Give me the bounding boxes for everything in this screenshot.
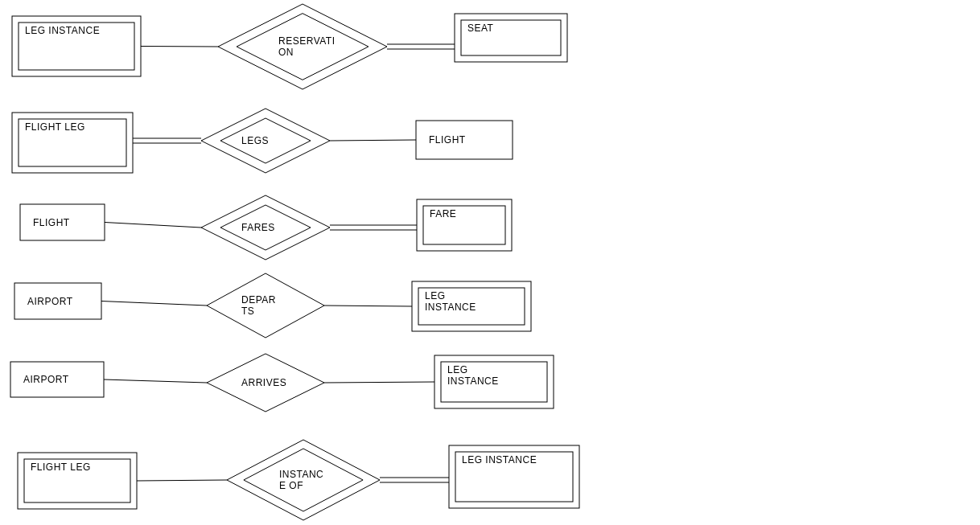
svg-text:AIRPORT: AIRPORT <box>23 374 69 385</box>
svg-line-27 <box>324 382 434 383</box>
svg-line-20 <box>324 306 412 306</box>
svg-text:ON: ON <box>278 47 294 58</box>
entity-label-right-5: LEG INSTANCE <box>462 454 537 466</box>
entity-label-left-1: FLIGHT LEG <box>25 121 85 133</box>
entity-label-left-2: FLIGHT <box>33 217 70 228</box>
svg-text:FARES: FARES <box>241 222 275 233</box>
svg-text:INSTANC: INSTANC <box>279 469 323 480</box>
relationship-label-1: LEGS <box>241 135 269 146</box>
svg-line-26 <box>104 379 207 383</box>
svg-text:RESERVATI: RESERVATI <box>278 35 336 47</box>
svg-text:INSTANCE: INSTANCE <box>447 375 499 387</box>
svg-text:AIRPORT: AIRPORT <box>27 296 73 307</box>
svg-text:LEG: LEG <box>425 290 446 301</box>
svg-text:E OF: E OF <box>279 480 303 491</box>
svg-line-19 <box>101 301 207 306</box>
entity-label-left-4: AIRPORT <box>23 374 69 385</box>
svg-line-32 <box>137 480 227 481</box>
relationship-3 <box>207 273 324 338</box>
svg-text:FLIGHT: FLIGHT <box>33 217 70 228</box>
relationship-label-2: FARES <box>241 222 275 233</box>
entity-label-left-0: LEG INSTANCE <box>25 25 100 36</box>
svg-line-9 <box>330 140 416 141</box>
entity-label-left-5: FLIGHT LEG <box>31 461 91 473</box>
svg-text:DEPAR: DEPAR <box>241 294 276 306</box>
svg-line-0 <box>141 47 218 47</box>
svg-text:LEG: LEG <box>447 364 468 375</box>
svg-text:FLIGHT LEG: FLIGHT LEG <box>31 461 91 473</box>
svg-text:FARE: FARE <box>430 208 456 219</box>
svg-text:INSTANCE: INSTANCE <box>425 301 476 313</box>
relationship-label-4: ARRIVES <box>241 377 286 388</box>
svg-text:LEG INSTANCE: LEG INSTANCE <box>462 454 537 466</box>
svg-text:ARRIVES: ARRIVES <box>241 377 286 388</box>
svg-text:LEG INSTANCE: LEG INSTANCE <box>25 25 100 36</box>
entity-label-left-3: AIRPORT <box>27 296 73 307</box>
svg-text:SEAT: SEAT <box>467 23 494 34</box>
entity-label-right-1: FLIGHT <box>429 134 466 146</box>
svg-text:FLIGHT LEG: FLIGHT LEG <box>25 121 85 133</box>
svg-text:LEGS: LEGS <box>241 135 269 146</box>
entity-label-right-0: SEAT <box>467 23 494 34</box>
svg-text:TS: TS <box>241 306 254 317</box>
svg-text:FLIGHT: FLIGHT <box>429 134 466 146</box>
entity-label-right-2: FARE <box>430 208 456 219</box>
svg-line-13 <box>105 223 201 228</box>
